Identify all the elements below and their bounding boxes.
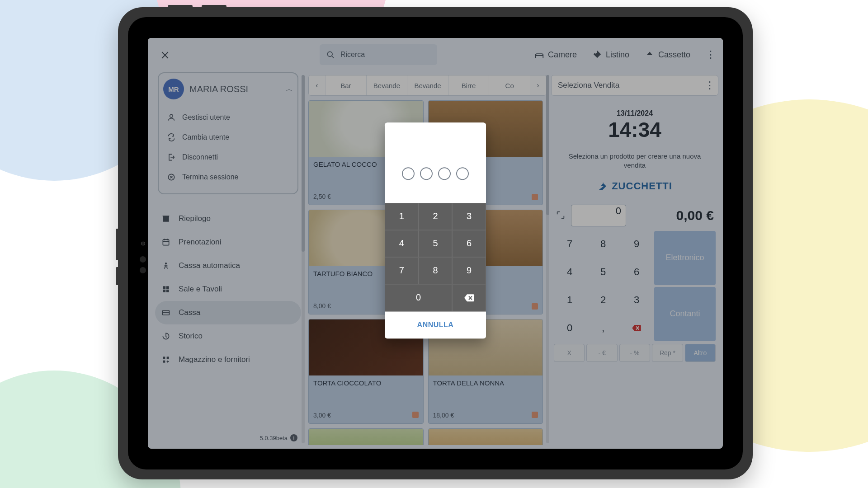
product-card[interactable] (308, 428, 424, 445)
power-icon (167, 173, 176, 182)
nav-list: Riepilogo Prenotazioni Cassa automatica … (152, 207, 304, 371)
btn-rep[interactable]: Rep * (652, 344, 683, 362)
expand-icon[interactable] (556, 210, 566, 221)
category-tab[interactable]: Bar (325, 75, 366, 95)
svg-rect-10 (166, 290, 169, 292)
svg-point-0 (327, 52, 332, 56)
search-icon (326, 50, 335, 59)
category-tabs: ‹ Bar Bevande Bevande Birre Co › (308, 75, 547, 96)
key-6[interactable]: 6 (621, 259, 652, 285)
key-4[interactable]: 4 (554, 259, 585, 285)
key-backspace[interactable] (621, 315, 652, 341)
key-2[interactable]: 2 (587, 287, 619, 313)
btn-other[interactable]: Altro (685, 344, 716, 362)
chevron-up-icon[interactable]: ︿ (286, 84, 293, 94)
history-icon (161, 332, 170, 341)
datetime: 13/11/2024 14:34 (551, 109, 718, 142)
search-input[interactable]: Ricerca (320, 44, 437, 65)
category-tab[interactable]: Co (489, 75, 530, 95)
cash-drawer-button[interactable]: Cassetto (645, 50, 690, 60)
nav-autocash[interactable]: Cassa automatica (155, 254, 301, 277)
manage-user-button[interactable]: Gestisci utente (163, 108, 293, 127)
brand-logo: ZUCCHETTI (551, 180, 718, 192)
avatar: MR (163, 79, 184, 99)
amount-total: 0,00 € (676, 208, 714, 223)
svg-rect-14 (163, 361, 165, 363)
pin-keypad: 1 2 3 4 5 6 7 8 9 0 (385, 203, 486, 311)
pin-key-4[interactable]: 4 (385, 230, 419, 257)
nav-history[interactable]: Storico (155, 324, 301, 348)
btn-discount-eur[interactable]: - € (586, 344, 617, 362)
product-card[interactable] (428, 428, 543, 445)
end-session-button[interactable]: Termina sessione (163, 167, 293, 187)
svg-point-2 (595, 52, 596, 54)
person-icon (161, 261, 170, 270)
user-icon (167, 113, 176, 122)
side-drawer: MR MARIA ROSSI ︿ Gestisci utente Cambia … (152, 42, 304, 445)
eject-icon (645, 50, 655, 60)
pin-key-1[interactable]: 1 (385, 203, 419, 230)
pin-key-7[interactable]: 7 (385, 257, 419, 284)
pay-electronic-button[interactable]: Elettronico (654, 231, 716, 285)
category-tab[interactable]: Bevande (407, 75, 448, 95)
user-name: MARIA ROSSI (189, 84, 248, 94)
pin-key-9[interactable]: 9 (452, 257, 486, 284)
key-1[interactable]: 1 (554, 287, 585, 313)
key-0[interactable]: 0 (554, 315, 585, 341)
svg-rect-7 (163, 286, 165, 289)
key-9[interactable]: 9 (621, 231, 652, 257)
key-8[interactable]: 8 (587, 231, 619, 257)
switch-user-button[interactable]: Cambia utente (163, 127, 293, 147)
sale-panel: Seleziona Vendita ⋮ 13/11/2024 14:34 Sel… (551, 75, 718, 445)
calendar-icon (161, 238, 170, 247)
rooms-button[interactable]: Camere (534, 50, 577, 60)
category-prev-button[interactable]: ‹ (309, 75, 325, 95)
pin-key-backspace[interactable] (452, 284, 486, 311)
category-tab[interactable]: Birre (448, 75, 489, 95)
version-label: 5.0.39betai (260, 434, 297, 441)
key-7[interactable]: 7 (554, 231, 585, 257)
key-5[interactable]: 5 (587, 259, 619, 285)
pin-key-8[interactable]: 8 (419, 257, 453, 284)
backspace-icon (632, 324, 642, 332)
pin-indicator (385, 122, 486, 203)
sale-menu-button[interactable]: ⋮ (704, 80, 715, 91)
btn-x[interactable]: X (554, 344, 585, 362)
svg-rect-9 (163, 290, 165, 292)
nav-rooms-tables[interactable]: Sale e Tavoli (155, 277, 301, 301)
inventory-icon (161, 355, 170, 364)
pin-key-2[interactable]: 2 (419, 203, 453, 230)
pricelist-button[interactable]: Listino (592, 50, 629, 60)
category-next-button[interactable]: › (530, 75, 546, 95)
svg-rect-8 (166, 286, 169, 289)
nav-summary[interactable]: Riepilogo (155, 207, 301, 230)
category-tab[interactable]: Bevande (366, 75, 407, 95)
close-drawer-button[interactable] (160, 51, 170, 60)
pin-key-3[interactable]: 3 (452, 203, 486, 230)
key-comma[interactable]: , (587, 315, 619, 341)
grid-icon (161, 285, 170, 294)
swap-icon (167, 133, 176, 142)
logout-button[interactable]: Disconnetti (163, 147, 293, 167)
more-menu-button[interactable]: ⋮ (706, 49, 717, 61)
pin-key-6[interactable]: 6 (452, 230, 486, 257)
svg-rect-5 (163, 239, 169, 245)
nav-bookings[interactable]: Prenotazioni (155, 230, 301, 254)
nav-inventory[interactable]: Magazzino e fornitori (155, 348, 301, 371)
close-icon (160, 51, 170, 60)
card-icon (161, 308, 170, 317)
pay-cash-button[interactable]: Contanti (654, 287, 716, 341)
user-card: MR MARIA ROSSI ︿ Gestisci utente Cambia … (158, 72, 298, 194)
select-sale-button[interactable]: Seleziona Vendita (558, 81, 619, 90)
logout-icon (167, 153, 176, 162)
pin-cancel-button[interactable]: ANNULLA (385, 311, 486, 338)
pin-key-5[interactable]: 5 (419, 230, 453, 257)
pin-key-0[interactable]: 0 (385, 284, 452, 311)
svg-rect-13 (167, 357, 169, 359)
nav-register[interactable]: Cassa (155, 301, 301, 324)
info-icon[interactable]: i (290, 434, 297, 441)
btn-discount-pct[interactable]: - % (619, 344, 650, 362)
key-3[interactable]: 3 (621, 287, 652, 313)
amount-input[interactable]: 0 (571, 205, 626, 226)
sale-keypad: 7 8 9 Elettronico 4 5 6 1 2 3 Contanti 0… (551, 231, 718, 341)
